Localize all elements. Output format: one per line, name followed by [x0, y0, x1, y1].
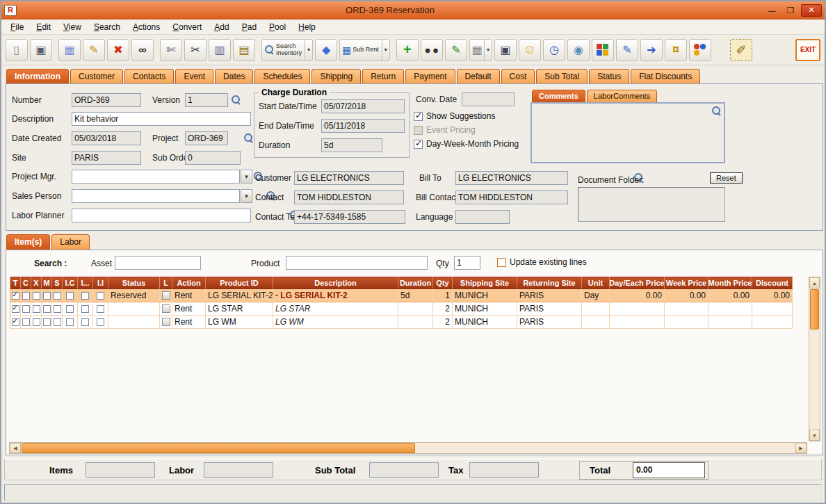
menu-search[interactable]: Search [88, 21, 127, 33]
customer-field[interactable] [294, 171, 404, 185]
description-field[interactable] [72, 112, 251, 126]
coins-button[interactable]: ¤ [665, 39, 687, 61]
cell-action[interactable]: Rent [172, 316, 206, 329]
column-header-returning-site[interactable]: Returning Site [517, 277, 582, 289]
tab-contacts[interactable]: Contacts [124, 69, 174, 84]
flag-cell[interactable] [31, 289, 42, 302]
line-options-button[interactable] [162, 304, 170, 313]
end-date-field[interactable] [321, 119, 405, 133]
chevron-down-icon[interactable]: ▾ [382, 40, 387, 60]
l-cell[interactable] [160, 316, 172, 329]
vscrollbar-thumb[interactable] [810, 289, 819, 330]
tab-item-s[interactable]: Item(s) [6, 234, 50, 250]
project-field[interactable] [185, 131, 228, 145]
contact-tel-field[interactable] [294, 210, 405, 224]
sub-rent-button[interactable]: ▦Sub Rent▾ [339, 39, 390, 61]
key-button[interactable]: ➔ [640, 39, 663, 61]
flag-checkbox[interactable] [66, 292, 74, 300]
asset-input[interactable] [115, 256, 201, 270]
scroll-right-button[interactable]: ▶ [795, 443, 807, 453]
cell-week-price[interactable] [665, 316, 708, 329]
cell-day-each-price[interactable] [610, 302, 665, 316]
cell-status[interactable]: Reserved [108, 289, 160, 302]
column-header-status[interactable]: Status [108, 277, 160, 289]
flag-cell[interactable] [42, 289, 52, 302]
tab-payment[interactable]: Payment [405, 69, 455, 84]
flag-cell[interactable] [78, 316, 93, 329]
cell-unit[interactable]: Day [582, 289, 610, 302]
table-row[interactable]: RentLG WMLG WM2MUNICHPARIS [10, 316, 793, 329]
save-button[interactable]: ▦ [58, 39, 81, 61]
cell-discount[interactable] [752, 302, 793, 316]
line-options-button[interactable] [162, 318, 170, 326]
tab-default[interactable]: Default [457, 69, 500, 84]
pads-button[interactable]: ▦▾ [469, 39, 492, 61]
flag-checkbox[interactable] [33, 305, 40, 313]
checkbox-icon[interactable] [414, 112, 423, 121]
scroll-up-button[interactable]: ▲ [809, 277, 820, 288]
flag-checkbox[interactable] [97, 292, 104, 300]
flag-cell[interactable] [78, 289, 93, 302]
flag-checkbox[interactable] [12, 305, 19, 313]
flag-checkbox[interactable] [12, 318, 19, 326]
column-header-description[interactable]: Description [273, 277, 398, 289]
sub-orders-field[interactable] [185, 151, 241, 165]
column-header-week-price[interactable]: Week Price [665, 277, 708, 289]
tab-cost[interactable]: Cost [501, 69, 535, 84]
vertical-scrollbar[interactable]: ▲ ▼ [809, 277, 820, 441]
column-header-s[interactable]: S [52, 277, 63, 289]
workpad-button[interactable]: ✎ [616, 39, 638, 61]
cell-week-price[interactable]: 0.00 [665, 289, 708, 302]
l-cell[interactable] [160, 289, 172, 302]
flag-cell[interactable] [42, 316, 52, 329]
flag-checkbox[interactable] [81, 305, 89, 313]
bill-contact-field[interactable] [455, 190, 568, 204]
tab-customer[interactable]: Customer [70, 69, 123, 84]
column-header-c[interactable]: C [21, 277, 31, 289]
flag-cell[interactable] [42, 302, 52, 316]
sales-person-dropdown[interactable]: ▼ [241, 189, 252, 203]
flag-checkbox[interactable] [81, 292, 89, 300]
cell-qty[interactable]: 1 [433, 289, 453, 302]
bill-to-field[interactable] [455, 171, 568, 185]
language-field[interactable] [455, 210, 510, 224]
cell-returning-site[interactable]: PARIS [517, 302, 582, 316]
tab-dates[interactable]: Dates [215, 69, 253, 84]
new-document-button[interactable]: ▯ [6, 39, 28, 61]
flag-cell[interactable] [78, 302, 93, 316]
cut-button[interactable]: ✂ [184, 39, 206, 61]
l-cell[interactable] [160, 302, 172, 316]
tab-laborcomments[interactable]: LaborComments [587, 90, 657, 102]
chevron-down-icon[interactable]: ▾ [305, 40, 310, 60]
cell-shipping-site[interactable]: MUNICH [453, 289, 517, 302]
scroll-left-button[interactable]: ◀ [10, 443, 21, 453]
search-inventory-button[interactable]: Search Inventory▾ [261, 39, 313, 61]
flag-checkbox[interactable] [43, 305, 51, 313]
menu-add[interactable]: Add [208, 21, 235, 33]
number-field[interactable] [72, 93, 141, 107]
tab-flat-discounts[interactable]: Flat Discounts [631, 69, 700, 84]
flag-checkbox[interactable] [33, 292, 40, 300]
edit-button[interactable]: ✎ [83, 39, 105, 61]
find-binoculars-button[interactable]: ∞ [131, 39, 154, 61]
cell-returning-site[interactable]: PARIS [517, 289, 582, 302]
hscrollbar-thumb[interactable] [22, 443, 415, 453]
cell-duration[interactable] [398, 316, 433, 329]
menu-convert[interactable]: Convert [166, 21, 208, 33]
flag-checkbox[interactable] [22, 318, 30, 326]
clock-button[interactable]: ◷ [543, 39, 565, 61]
flag-cell[interactable] [21, 302, 31, 316]
cell-discount[interactable]: 0.00 [752, 289, 793, 302]
checkbox-icon[interactable] [497, 258, 506, 267]
flag-cell[interactable] [31, 302, 42, 316]
copy-button[interactable]: ▥ [209, 39, 231, 61]
checkbox-icon[interactable] [414, 140, 423, 149]
paste-button[interactable]: ▤ [233, 39, 255, 61]
flag-cell[interactable] [21, 316, 31, 329]
horizontal-scrollbar[interactable]: ◀ ▶ [9, 442, 807, 454]
pool-balls-button[interactable]: ☻☻ [421, 39, 443, 61]
cell-shipping-site[interactable]: MUNICH [453, 316, 517, 329]
flag-cell[interactable] [93, 289, 108, 302]
add-line-button[interactable]: + [396, 39, 419, 61]
cubes-button[interactable] [592, 39, 614, 61]
